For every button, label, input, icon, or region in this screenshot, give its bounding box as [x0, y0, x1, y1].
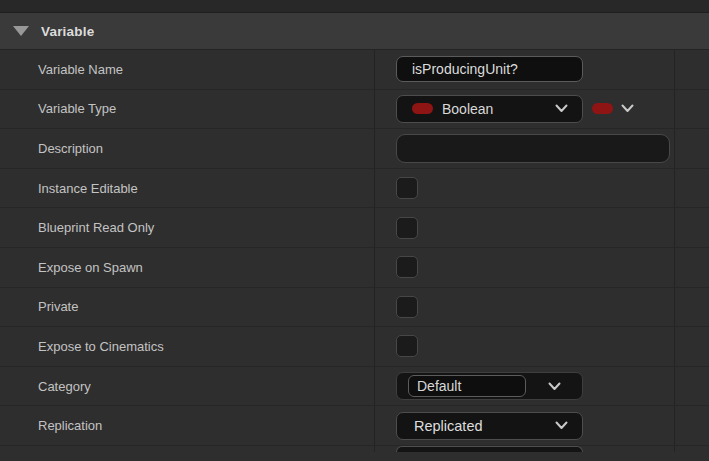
container-type-pill-icon	[592, 103, 613, 114]
container-type-dropdown[interactable]	[592, 103, 634, 114]
property-row-blueprint-read-only: Blueprint Read Only	[0, 208, 709, 248]
property-row-replication: Replication Replicated	[0, 406, 709, 446]
variable-type-value: Boolean	[442, 101, 555, 117]
row-extra-cell	[675, 208, 709, 247]
property-row-description: Description	[0, 129, 709, 169]
category-combo	[396, 372, 583, 400]
replication-value: Replicated	[414, 418, 555, 434]
property-row-expose-to-cinematics: Expose to Cinematics	[0, 327, 709, 367]
panel-top-strip	[0, 0, 709, 13]
description-label: Description	[38, 141, 103, 156]
row-extra-cell	[675, 169, 709, 208]
variable-type-label: Variable Type	[38, 101, 116, 116]
chevron-down-icon	[621, 104, 634, 113]
row-extra-cell	[675, 129, 709, 168]
variable-details-panel: Variable Variable Name Variable Type Boo…	[0, 0, 709, 461]
category-dropdown-button[interactable]	[526, 382, 582, 391]
replication-label: Replication	[38, 418, 102, 433]
row-extra-cell	[675, 367, 709, 406]
row-extra-cell	[675, 248, 709, 287]
chevron-down-icon	[555, 421, 568, 430]
partial-next-row	[0, 446, 709, 452]
instance-editable-label: Instance Editable	[38, 181, 138, 196]
row-extra-cell	[675, 406, 709, 445]
property-row-variable-type: Variable Type Boolean	[0, 90, 709, 130]
row-extra-cell	[675, 327, 709, 366]
property-row-private: Private	[0, 288, 709, 328]
property-row-category: Category	[0, 367, 709, 407]
expose-on-spawn-checkbox[interactable]	[396, 256, 418, 278]
chevron-down-icon	[555, 104, 568, 113]
property-row-expose-on-spawn: Expose on Spawn	[0, 248, 709, 288]
expose-on-spawn-label: Expose on Spawn	[38, 260, 143, 275]
collapse-arrow-icon[interactable]	[13, 26, 29, 36]
private-label: Private	[38, 299, 78, 314]
expose-to-cinematics-label: Expose to Cinematics	[38, 339, 164, 354]
variable-type-dropdown[interactable]: Boolean	[396, 95, 583, 123]
description-input[interactable]	[396, 134, 670, 163]
replication-dropdown[interactable]: Replicated	[396, 412, 583, 440]
property-row-variable-name: Variable Name	[0, 50, 709, 90]
chevron-down-icon	[548, 382, 561, 391]
private-checkbox[interactable]	[396, 296, 418, 318]
blueprint-read-only-label: Blueprint Read Only	[38, 220, 154, 235]
variable-name-label: Variable Name	[38, 62, 123, 77]
category-input[interactable]	[408, 375, 526, 397]
instance-editable-checkbox[interactable]	[396, 177, 418, 199]
expose-to-cinematics-checkbox[interactable]	[396, 335, 418, 357]
section-title: Variable	[41, 24, 94, 39]
row-extra-cell	[675, 90, 709, 129]
next-widget-top-edge	[396, 446, 583, 452]
row-extra-cell	[675, 288, 709, 327]
property-row-instance-editable: Instance Editable	[0, 169, 709, 209]
boolean-type-pill-icon	[412, 103, 433, 114]
variable-name-input[interactable]	[396, 56, 583, 82]
blueprint-read-only-checkbox[interactable]	[396, 217, 418, 239]
category-label: Category	[38, 379, 91, 394]
row-extra-cell	[675, 50, 709, 89]
variable-section-header[interactable]: Variable	[0, 13, 709, 50]
